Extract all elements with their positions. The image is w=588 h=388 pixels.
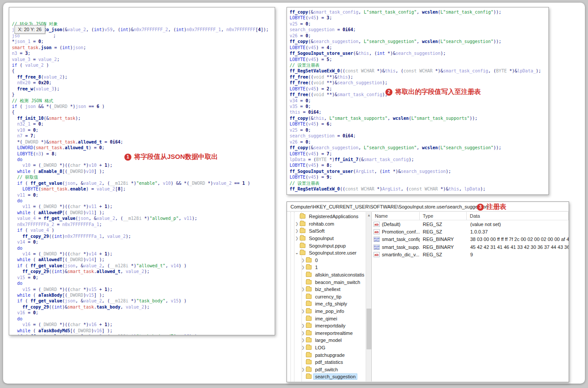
code-line: while ( aTaskBodyMd5[(_DWORD)v16] );	[12, 328, 275, 334]
decompiler-panel-right[interactable]: ff_copy(&smart_task_config, L"smart_task…	[287, 7, 549, 195]
expand-arrow-icon[interactable]: ❯	[300, 264, 306, 271]
registry-editor-panel: Computer\HKEY_CURRENT_USER\SOFTWARE\Sogo…	[287, 201, 569, 382]
registry-value-row[interactable]: ab(Default)REG_SZ(value not set)	[372, 220, 569, 228]
column-header-data[interactable]: Data	[467, 212, 569, 220]
column-header-type[interactable]: Type	[420, 212, 467, 220]
code-line: *(_DWORD *)&smart_task.allowed_t = 0i64;	[12, 139, 275, 145]
tree-item-label: biz_shellext	[314, 287, 341, 292]
code-line: ff_copy(&search_suggestion, L"search_sug…	[290, 39, 548, 44]
tree-item-label: search_suggestion	[314, 374, 357, 379]
value-name: Promotion_conf...	[382, 229, 420, 234]
code-line: ff_init_10(&smart_task);	[12, 115, 275, 121]
value-data: (value not set)	[467, 222, 569, 227]
registry-value-row[interactable]: 0110 1011smart_task_supp...REG_BINARY45 …	[372, 243, 569, 251]
registry-tree-item[interactable]: ❯0	[287, 257, 366, 264]
registry-tree-item[interactable]: ❯large_model	[287, 337, 366, 344]
registry-tree-pane: RegisteredApplications❯rohitab.com❯SalSo…	[287, 212, 372, 381]
expand-arrow-icon[interactable]: ❯	[300, 257, 306, 264]
registry-tree-item[interactable]: RegisteredApplications	[287, 213, 366, 220]
code-line: LOWORD(smart_task.allowed_t) = 0;	[12, 145, 275, 151]
registry-address-bar[interactable]: Computer\HKEY_CURRENT_USER\SOFTWARE\Sogo…	[287, 202, 569, 212]
tree-item-label: ime_qimei	[314, 316, 338, 321]
tree-item-label: pdf_statistics	[314, 359, 345, 365]
tree-item-label: SogouInput.store.user	[308, 250, 358, 255]
collapse-arrow-icon[interactable]: ⌄	[294, 249, 300, 256]
tree-item-label: LOG	[314, 345, 327, 350]
expand-arrow-icon[interactable]: ❯	[300, 337, 306, 344]
code-line: while ( aEnable_8[(_DWORD)v10] );	[12, 169, 275, 174]
expand-arrow-icon[interactable]: ❯	[300, 308, 306, 315]
registry-tree-item[interactable]: pdf_statistics	[287, 359, 366, 366]
code-line: jso;	[12, 33, 275, 39]
code-line: ff_free((void **)&search_suggestion);	[290, 80, 548, 86]
code-line: ff_copy_29((int)n0x7FFFFFFFa_1, value_2)…	[12, 234, 275, 239]
tree-item-label: SogouInput	[308, 236, 335, 241]
code-line: LOBYTE(v45) = 8;	[290, 162, 548, 168]
registry-tree-item[interactable]: ❯LOG	[287, 344, 366, 352]
registry-tree-item[interactable]: ime_qimei	[287, 315, 366, 322]
registry-tree-item[interactable]: ❯pdf_switch	[287, 366, 366, 373]
registry-value-row[interactable]: abPromotion_conf...REG_SZ1.0.0.37	[372, 228, 569, 235]
expand-arrow-icon[interactable]: ❯	[300, 344, 306, 351]
code-line: v14 = 0;	[12, 239, 275, 245]
scrollbar-up-icon[interactable]: ▲	[366, 212, 372, 219]
registry-tree-item[interactable]: ❯SalSoft	[287, 227, 366, 235]
registry-tree-item[interactable]: ❯biz_shellext	[287, 286, 366, 293]
expand-arrow-icon[interactable]: ❯	[300, 330, 306, 337]
expand-arrow-icon[interactable]: ❯	[294, 220, 300, 227]
code-line: v26 = 0;	[290, 139, 548, 145]
code-line: this = 0i64;	[290, 109, 548, 115]
expand-arrow-icon[interactable]: ❯	[294, 235, 300, 242]
code-line: // 检测 JSON 格式	[12, 98, 275, 104]
code-line: while ( aTaskBody[(_DWORD)v15] );	[12, 292, 275, 298]
registry-tree-item[interactable]: ❯SogouInput	[287, 235, 366, 242]
code-line: v10 = 0;	[12, 127, 275, 133]
code-line: LOBYTE(smart_task.enable) = value_2[8];	[12, 186, 275, 192]
annotation-2: 2 将取出的字段值写入至注册表	[385, 88, 481, 96]
registry-tree-item[interactable]: SogouInput.ppup	[287, 242, 366, 249]
code-line: v15 = 0;	[12, 275, 275, 280]
column-header-name[interactable]: Name	[372, 212, 420, 220]
code-line: v25 = 0;	[290, 21, 548, 27]
folder-icon	[306, 258, 312, 262]
value-type: REG_SZ	[420, 222, 467, 227]
registry-tree-item[interactable]: ❯1	[287, 264, 366, 271]
registry-tree-item[interactable]: allskin_statusiconstatis	[287, 271, 366, 279]
registry-tree-item[interactable]: patchupgrade	[287, 351, 366, 359]
registry-value-row[interactable]: absmartinfo_dic_v...REG_SZ9	[372, 251, 569, 258]
registry-tree-item[interactable]: ❯ime_pop_info	[287, 308, 366, 315]
registry-tree-item[interactable]: ime_cfg_shiply	[287, 300, 366, 308]
folder-icon	[306, 345, 312, 350]
tree-scrollbar[interactable]: ▲	[366, 212, 371, 381]
value-type: REG_BINARY	[420, 244, 467, 250]
code-line: search_suggestion = 0i64;	[290, 27, 548, 32]
expand-arrow-icon[interactable]: ❯	[300, 286, 306, 293]
registry-tree-item[interactable]: beacon_main_switch	[287, 278, 366, 286]
code-line: do	[12, 198, 275, 204]
registry-values-pane: Name Type Data ab(Default)REG_SZ(value n…	[372, 212, 569, 381]
registry-tree-item[interactable]: ❯imereportdaily	[287, 322, 366, 330]
code-line: v14 = (_DWORD *)((char *)v14 + 1);	[12, 251, 275, 257]
value-data: 9	[467, 252, 569, 257]
code-line: v11 = 0;	[12, 192, 275, 198]
registry-tree-item[interactable]: ⌄SogouInput.store.user	[287, 249, 366, 257]
scrollbar-thumb[interactable]	[367, 309, 371, 349]
code-line: n7 = 7;	[12, 133, 275, 139]
code-line: ff_RegSetValueExW_0((const WCHAR *)ArgLi…	[290, 186, 548, 192]
code-line: // 获取值	[12, 174, 275, 180]
code-line: v16 = (_DWORD *)((char *)v16 + 1);	[12, 322, 275, 327]
decompiler-panel-left[interactable]: X: 20 Y: 26 // 转化为 JSON 对象json_1 = ff_to…	[9, 7, 275, 335]
expand-arrow-icon[interactable]: ❯	[300, 322, 306, 329]
registry-tree-item[interactable]: ❯rohitab.com	[287, 220, 366, 228]
code-line: LOBYTE(v45) = 3;	[290, 15, 548, 21]
registry-tree-item[interactable]: ❯imereportrealtime	[287, 330, 366, 337]
registry-tree-item[interactable]: currency_tip	[287, 293, 366, 301]
string-value-icon: ab	[374, 252, 380, 257]
expand-arrow-icon[interactable]: ❯	[300, 366, 306, 373]
registry-value-row[interactable]: 0110 1011smart_task_configREG_BINARY38 0…	[372, 236, 569, 243]
tree-item-label: 1	[314, 265, 319, 270]
code-line: value_4 = ff_get_value(json, &value_2, (…	[12, 216, 275, 221]
expand-arrow-icon[interactable]: ❯	[294, 227, 300, 234]
tree-item-label: rohitab.com	[308, 221, 335, 226]
registry-tree-item[interactable]: search_suggestion	[287, 373, 366, 381]
